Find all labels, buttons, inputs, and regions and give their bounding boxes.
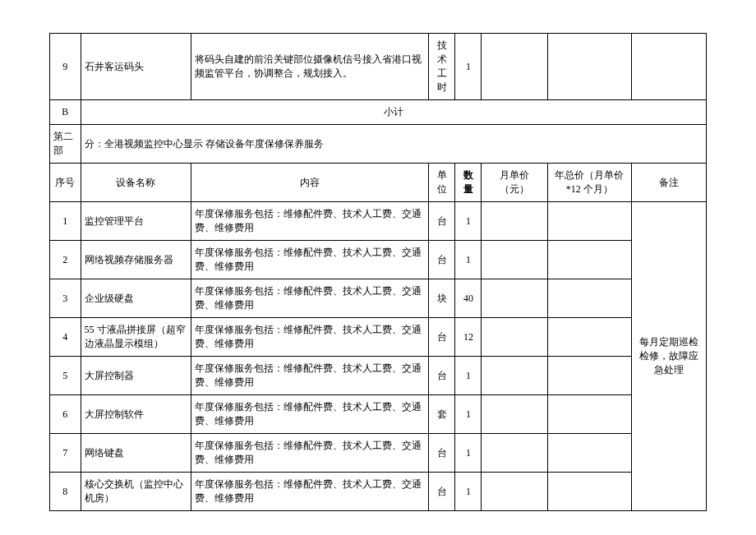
cell-qty: 40 — [455, 279, 482, 318]
cell-name: 监控管理平台 — [81, 202, 191, 241]
cell-total — [547, 434, 631, 473]
cell-remark — [631, 34, 706, 100]
cell-seq: 4 — [50, 318, 81, 357]
cell-name: 石井客运码头 — [81, 34, 191, 100]
cell-qty: 1 — [455, 34, 482, 100]
section-prefix: 第二部 — [50, 125, 81, 164]
table-row: 1 监控管理平台 年度保修服务包括：维修配件费、技术人工费、交通费、维修费用 台… — [50, 202, 707, 241]
cell-seq: 1 — [50, 202, 81, 241]
cell-seq: 3 — [50, 279, 81, 318]
cell-total — [547, 473, 631, 511]
cell-seq: 2 — [50, 241, 81, 279]
cell-content: 年度保修服务包括：维修配件费、技术人工费、交通费、维修费用 — [191, 241, 429, 279]
cell-seq: 7 — [50, 434, 81, 473]
table-row: 7 网络键盘 年度保修服务包括：维修配件费、技术人工费、交通费、维修费用 台 1 — [50, 434, 707, 473]
cell-qty: 1 — [455, 395, 482, 434]
subtotal-row: B 小计 — [50, 100, 707, 125]
column-header-row: 序号 设备名称 内容 单位 数量 月单价（元） 年总价（月单价*12 个月） 备… — [50, 164, 707, 202]
cell-price — [482, 473, 547, 511]
cell-seq: 6 — [50, 395, 81, 434]
cell-content: 年度保修服务包括：维修配件费、技术人工费、交通费、维修费用 — [191, 395, 429, 434]
cell-price — [482, 34, 547, 100]
cell-content: 年度保修服务包括：维修配件费、技术人工费、交通费、维修费用 — [191, 279, 429, 318]
header-seq: 序号 — [50, 164, 81, 202]
header-content: 内容 — [191, 164, 429, 202]
cell-unit: 台 — [429, 241, 455, 279]
table-row: 6 大屏控制软件 年度保修服务包括：维修配件费、技术人工费、交通费、维修费用 套… — [50, 395, 707, 434]
cell-qty: 1 — [455, 202, 482, 241]
table-row: 5 大屏控制器 年度保修服务包括：维修配件费、技术人工费、交通费、维修费用 台 … — [50, 357, 707, 395]
cell-content: 年度保修服务包括：维修配件费、技术人工费、交通费、维修费用 — [191, 202, 429, 241]
cell-content: 年度保修服务包括：维修配件费、技术人工费、交通费、维修费用 — [191, 473, 429, 511]
cell-unit: 台 — [429, 473, 455, 511]
header-remark: 备注 — [631, 164, 706, 202]
cell-total — [547, 241, 631, 279]
cell-qty: 12 — [455, 318, 482, 357]
cell-total — [547, 279, 631, 318]
table-row: 4 55 寸液晶拼接屏（超窄边液晶显示模组） 年度保修服务包括：维修配件费、技术… — [50, 318, 707, 357]
cell-content: 年度保修服务包括：维修配件费、技术人工费、交通费、维修费用 — [191, 318, 429, 357]
cell-unit: 台 — [429, 318, 455, 357]
cell-qty: 1 — [455, 434, 482, 473]
cell-unit: 台 — [429, 434, 455, 473]
cell-total — [547, 357, 631, 395]
table-row: 8 核心交换机（监控中心机房） 年度保修服务包括：维修配件费、技术人工费、交通费… — [50, 473, 707, 511]
cell-name: 55 寸液晶拼接屏（超窄边液晶显示模组） — [81, 318, 191, 357]
cell-content: 年度保修服务包括：维修配件费、技术人工费、交通费、维修费用 — [191, 357, 429, 395]
document-table: 9 石井客运码头 将码头自建的前沿关键部位摄像机信号接入省港口视频监管平台，协调… — [49, 33, 707, 511]
cell-seq: 9 — [50, 34, 81, 100]
header-name: 设备名称 — [81, 164, 191, 202]
cell-unit: 台 — [429, 357, 455, 395]
cell-price — [482, 434, 547, 473]
cell-unit: 块 — [429, 279, 455, 318]
cell-total — [547, 395, 631, 434]
cell-price — [482, 318, 547, 357]
cell-price — [482, 357, 547, 395]
cell-unit: 技术工时 — [429, 34, 455, 100]
cell-seq: 8 — [50, 473, 81, 511]
cell-content: 将码头自建的前沿关键部位摄像机信号接入省港口视频监管平台，协调整合，规划接入。 — [191, 34, 429, 100]
cell-price — [482, 395, 547, 434]
table-row: 2 网络视频存储服务器 年度保修服务包括：维修配件费、技术人工费、交通费、维修费… — [50, 241, 707, 279]
cell-name: 大屏控制软件 — [81, 395, 191, 434]
cell-price — [482, 241, 547, 279]
cell-unit: 台 — [429, 202, 455, 241]
header-unit: 单位 — [429, 164, 455, 202]
table-row: 9 石井客运码头 将码头自建的前沿关键部位摄像机信号接入省港口视频监管平台，协调… — [50, 34, 707, 100]
table-row: 3 企业级硬盘 年度保修服务包括：维修配件费、技术人工费、交通费、维修费用 块 … — [50, 279, 707, 318]
header-qty: 数量 — [455, 164, 482, 202]
cell-qty: 1 — [455, 241, 482, 279]
header-total: 年总价（月单价*12 个月） — [547, 164, 631, 202]
cell-name: 网络键盘 — [81, 434, 191, 473]
cell-total — [547, 318, 631, 357]
cell-unit: 套 — [429, 395, 455, 434]
section-title: 分：全港视频监控中心显示 存储设备年度保修保养服务 — [81, 125, 706, 164]
cell-content: 年度保修服务包括：维修配件费、技术人工费、交通费、维修费用 — [191, 434, 429, 473]
cell-seq: 5 — [50, 357, 81, 395]
cell-name: 核心交换机（监控中心机房） — [81, 473, 191, 511]
header-price: 月单价（元） — [482, 164, 547, 202]
subtotal-label: B — [50, 100, 81, 125]
cell-price — [482, 279, 547, 318]
cell-name: 企业级硬盘 — [81, 279, 191, 318]
cell-name: 大屏控制器 — [81, 357, 191, 395]
cell-qty: 1 — [455, 473, 482, 511]
section-header-row: 第二部 分：全港视频监控中心显示 存储设备年度保修保养服务 — [50, 125, 707, 164]
cell-name: 网络视频存储服务器 — [81, 241, 191, 279]
cell-qty: 1 — [455, 357, 482, 395]
cell-total — [547, 34, 631, 100]
subtotal-text: 小计 — [81, 100, 706, 125]
cell-total — [547, 202, 631, 241]
cell-price — [482, 202, 547, 241]
cell-remark-merged: 每月定期巡检检修，故障应急处理 — [631, 202, 706, 511]
